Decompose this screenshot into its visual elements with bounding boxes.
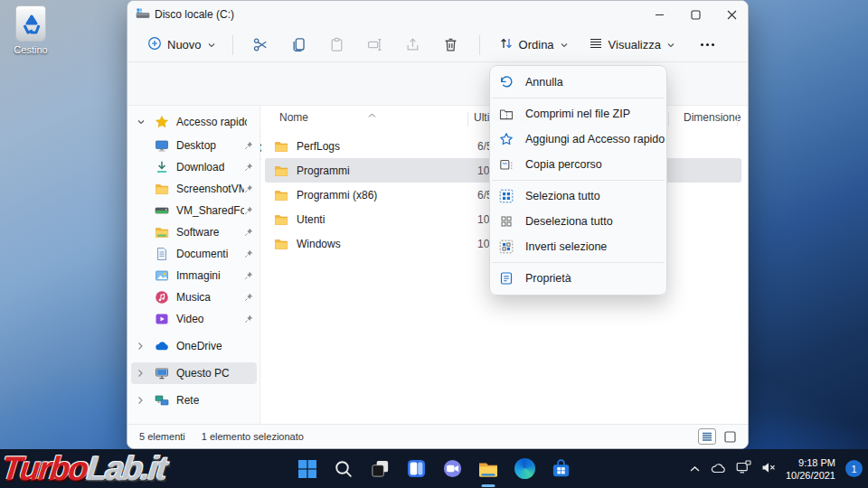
menu-item-inverti-selezione[interactable]: Inverti selezione — [490, 234, 666, 259]
invert-selection-icon — [499, 239, 514, 254]
properties-icon — [499, 271, 514, 286]
menu-item-copia-percorso[interactable]: Copia percorso — [490, 152, 666, 177]
sidebar-item-onedrive[interactable]: OneDrive — [127, 335, 260, 357]
view-lines-icon — [589, 36, 603, 54]
sidebar-item-label: Desktop — [176, 139, 216, 152]
sidebar-item-documenti[interactable]: Documenti — [127, 243, 260, 265]
folder-icon — [155, 225, 169, 239]
new-button[interactable]: Nuovo — [140, 32, 223, 59]
sidebar-item-immagini[interactable]: Immagini — [127, 265, 260, 286]
network-tray-icon[interactable] — [736, 460, 751, 477]
column-divider[interactable] — [467, 112, 468, 127]
sort-button[interactable]: Ordina — [493, 32, 575, 59]
rename-button[interactable] — [360, 32, 391, 59]
column-divider[interactable] — [668, 112, 669, 127]
pin-icon — [244, 289, 253, 305]
share-button[interactable] — [398, 32, 429, 59]
menu-item-aggiungi-accesso-rapido[interactable]: Aggiungi ad Accesso rapido — [490, 127, 666, 152]
more-options-button[interactable] — [694, 43, 722, 46]
sidebar-item-label: Software — [176, 226, 219, 239]
notification-badge[interactable]: 1 — [845, 460, 863, 477]
music-icon — [155, 290, 169, 305]
microsoft-store-icon[interactable] — [549, 457, 572, 481]
sidebar-item-vm-sharedfolder[interactable]: VM_SharedFolde — [127, 200, 260, 221]
sidebar-item-rete[interactable]: Rete — [127, 389, 260, 411]
minimize-button[interactable] — [641, 1, 677, 28]
pin-icon — [244, 311, 253, 327]
document-icon — [155, 247, 169, 261]
watermark-lab: Lab.it — [85, 450, 167, 487]
chevron-right-icon[interactable] — [137, 341, 147, 352]
close-button[interactable] — [713, 1, 749, 28]
sidebar-item-download[interactable]: Download — [127, 156, 260, 178]
download-icon — [155, 160, 169, 174]
menu-item-label: Inverti selezione — [525, 240, 607, 253]
navigation-pane: Accesso rapido Desktop Download Screensh… — [127, 106, 260, 424]
menu-item-annulla[interactable]: Annulla — [490, 70, 666, 95]
menu-item-deseleziona-tutto[interactable]: Deseleziona tutto — [490, 209, 666, 234]
column-divider[interactable] — [737, 112, 738, 127]
cut-button[interactable] — [246, 32, 277, 59]
widgets-icon[interactable] — [404, 457, 428, 481]
copy-button[interactable] — [284, 32, 315, 59]
chevron-down-icon[interactable] — [137, 117, 147, 127]
chevron-right-icon[interactable] — [137, 395, 147, 406]
sidebar-item-software[interactable]: Software — [127, 221, 260, 243]
turbolab-watermark: TurboLab.it — [0, 450, 167, 488]
column-header-name[interactable]: Nome — [279, 111, 308, 124]
tray-overflow-chevron[interactable] — [689, 461, 701, 477]
menu-item-label: Comprimi nel file ZIP — [525, 108, 630, 120]
volume-muted-icon[interactable] — [761, 461, 776, 477]
thumbnail-view-button[interactable] — [721, 428, 739, 445]
search-taskbar-icon[interactable] — [332, 457, 355, 481]
onedrive-tray-icon[interactable] — [711, 461, 726, 477]
folder-icon — [155, 182, 169, 196]
ellipsis-icon — [701, 43, 703, 46]
recycle-bin-label: Cestino — [11, 44, 51, 55]
recycle-bin-icon — [15, 5, 46, 42]
folder-icon — [274, 139, 288, 154]
file-name: Windows — [297, 238, 341, 250]
pin-icon — [244, 246, 253, 262]
edge-browser-icon[interactable] — [513, 457, 536, 481]
paste-button[interactable] — [322, 32, 353, 59]
start-button[interactable] — [296, 457, 319, 481]
drive-icon — [136, 7, 150, 25]
sidebar-item-screenshotvm[interactable]: ScreenshotVM — [127, 178, 260, 200]
tray-date: 10/26/2021 — [786, 469, 835, 482]
new-button-label: Nuovo — [167, 38, 202, 52]
titlebar[interactable]: Disco locale (C:) — [127, 1, 748, 28]
teams-chat-icon[interactable] — [440, 457, 464, 481]
sidebar-item-label: OneDrive — [176, 340, 222, 352]
view-button[interactable]: Visualizza — [582, 32, 682, 59]
chevron-right-icon[interactable] — [137, 368, 147, 379]
folder-icon — [274, 212, 288, 227]
sidebar-item-musica[interactable]: Musica — [127, 286, 260, 308]
sidebar-item-questo-pc[interactable]: Questo PC — [131, 362, 257, 384]
sidebar-item-desktop[interactable]: Desktop — [127, 135, 260, 156]
clock[interactable]: 9:18 PM 10/26/2021 — [786, 456, 835, 482]
file-explorer-icon[interactable] — [476, 457, 500, 481]
task-view-icon[interactable] — [368, 457, 392, 481]
sidebar-item-video[interactable]: Video — [127, 308, 260, 330]
sidebar-item-accesso-rapido[interactable]: Accesso rapido — [127, 111, 260, 133]
menu-item-label: Proprietà — [525, 272, 571, 285]
delete-button[interactable] — [436, 32, 467, 59]
toolbar-divider — [479, 35, 480, 55]
sidebar-item-label: Immagini — [176, 269, 221, 282]
menu-item-comprimi-zip[interactable]: Comprimi nel file ZIP — [490, 101, 666, 127]
file-name: Utenti — [297, 213, 325, 226]
sidebar-item-label: VM_SharedFolde — [176, 204, 244, 217]
select-all-icon — [499, 189, 514, 203]
details-view-button[interactable] — [698, 428, 716, 445]
video-icon — [155, 312, 169, 326]
column-header-size[interactable]: Dimensione — [684, 111, 741, 124]
folder-icon — [274, 164, 288, 178]
recycle-bin[interactable]: Cestino — [11, 5, 51, 55]
sidebar-item-label: Download — [176, 161, 224, 174]
maximize-button[interactable] — [677, 1, 713, 28]
view-button-label: Visualizza — [609, 38, 661, 52]
sidebar-item-label: Musica — [176, 291, 211, 304]
menu-item-proprieta[interactable]: Proprietà — [490, 266, 666, 291]
menu-item-seleziona-tutto[interactable]: Seleziona tutto — [490, 183, 666, 209]
